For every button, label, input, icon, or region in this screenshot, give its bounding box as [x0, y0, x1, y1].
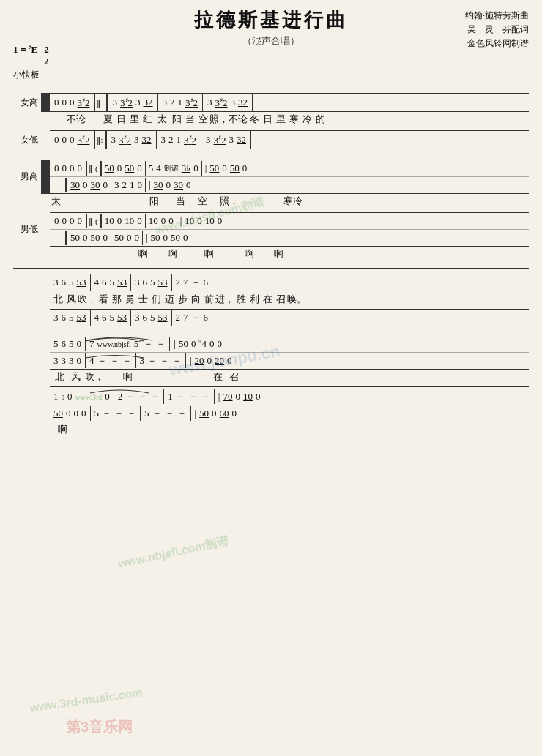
mh-l-rep [59, 178, 67, 192]
lyricist-1: 吴 灵 芬配词 [465, 23, 529, 37]
mh-l-m4: | 30 0 30 0 [146, 178, 194, 192]
fl-m1: 0 0 0 3♯2 [50, 131, 95, 149]
mh-u-m1: 0 0 0 0 [50, 161, 87, 176]
fh-lyric-10: 不论 [229, 113, 248, 126]
fh-lyric-11: 冬 [248, 113, 261, 126]
ml-lyric1: 啊 [132, 247, 154, 261]
s2-fh-m1: 3 6 5 53 [50, 274, 91, 291]
fh-m4-n3: 3 [229, 97, 237, 108]
mh-u-m3: 5 4 制谱 3♭ 0 [146, 161, 202, 176]
lyricist-2: 金色风铃网制谱 [465, 37, 529, 50]
brace-fl [41, 130, 50, 149]
composer-area: 约翰·施特劳斯曲 吴 灵 芬配词 金色风铃网制谱 [465, 9, 529, 51]
s2-fl-spacer [13, 309, 41, 326]
fh-lyric-13: 里 [274, 113, 287, 126]
fh-m4-n4: 32 [237, 97, 249, 108]
section-divider [13, 268, 529, 269]
fh-m2-n2: 3♯2 [119, 96, 134, 108]
ml-lyric5: 啊 [264, 247, 293, 261]
s3-brace [41, 334, 50, 370]
s2-fh-spacer [13, 274, 41, 291]
watermark-5: 第3音乐网 [66, 717, 133, 737]
male-high-label: 男高 [13, 160, 41, 194]
s3-u-m2: 7 www.nbjsfl 5- － － [86, 337, 170, 351]
s3-u-m1: 5 6 5 0 [50, 337, 86, 351]
s4-l-m3: 5 － － － [141, 406, 191, 421]
s4-l-m2: 5 － － － [91, 406, 141, 421]
fh-m4-n1: 3 [206, 97, 214, 108]
mh-lyric: 太 [51, 195, 132, 208]
fh-m4: 3 3♯2 3 32 [203, 94, 253, 111]
ml-u-m4: | 10 0 10 0 [177, 214, 226, 228]
ml-l-m1 [50, 231, 59, 245]
female-high-staff: 0 0 0 3♯2 ‖: 3 3♯2 3 32 3 [50, 93, 529, 112]
s4-ml-block: 1 0 0 www.3rd 0 2 － － － 1 － [13, 386, 529, 422]
s3-l-m4: | 20 0 20 0 [186, 353, 236, 368]
mh-upper: 0 0 0 0 ‖:( 50 0 50 0 5 [50, 160, 529, 177]
ml-lyrics: 啊 啊 啊 啊 啊 [13, 247, 529, 261]
fl-m4: 3 3♯2 3 32 [201, 131, 251, 149]
female-low-label: 女低 [13, 130, 41, 149]
s3-u-m3: | 50 0 ♭4 0 0 [170, 337, 226, 351]
mh-lyrics: 太 阳 当 空 照， 寒 冷 [13, 195, 529, 208]
male-high-block: 男高 0 0 0 0 ‖:( 50 [13, 160, 529, 194]
s4-spacer [13, 386, 41, 422]
s2-fl-m1: 3 6 5 53 [50, 310, 91, 326]
ml-l-m2: 50 0 50 0 [67, 231, 111, 245]
time-bottom: 2 [44, 56, 49, 67]
key-label: 1＝♭E [13, 40, 37, 57]
fh-lyric-2: 日 [114, 113, 127, 126]
mh-lyric4: 空 [198, 195, 220, 208]
mh-l-m3: 3 2 1 0 [111, 178, 146, 192]
fh-m2-n4: 32 [142, 97, 155, 108]
ml-lyric2: 啊 [154, 247, 190, 261]
brace-fh [41, 93, 50, 112]
s2-fl-block: 3 6 5 53 4 6 5 53 3 6 5 53 [13, 309, 529, 326]
mh-u-m4: | 50 0 50 0 [202, 161, 250, 176]
mh-lyric3: 当 [176, 195, 198, 208]
s2-fh-m4: 2 7 － 6 [172, 274, 212, 291]
fh-m1: 0 0 0 3♯2 [50, 94, 95, 111]
ml-l-m3: 50 0 0 [111, 231, 143, 245]
mh-lyric6: 寒 [249, 195, 293, 208]
male-low-label: 男低 [13, 212, 41, 247]
fh-m1-n3: 0 [68, 97, 76, 108]
fh-lyric-4: 红 [141, 113, 154, 126]
ml-upper: 0 0 0 0 ‖:( 10 0 10 0 10 [50, 213, 529, 230]
s2-fh-block: 3 6 5 53 4 6 5 53 3 6 5 53 [13, 274, 529, 291]
fh-lyric-0: 不论 [51, 113, 101, 126]
ml-l-m4: | 50 0 50 0 [143, 231, 191, 245]
ml-u-m3: 10 0 0 [146, 214, 177, 228]
mh-u-m2: 50 0 50 0 [102, 161, 146, 176]
mh-lyric7: 冷 [293, 195, 315, 208]
male-low-block: 男低 0 0 0 0 ‖:( 10 0 [13, 212, 529, 247]
brace-mh [41, 160, 50, 194]
s2-fh-staff: 3 6 5 53 4 6 5 53 3 6 5 53 [50, 274, 529, 291]
composer: 约翰·施特劳斯曲 [465, 9, 529, 23]
ml-lyric4: 啊 [234, 247, 264, 261]
slur-3 [86, 353, 144, 359]
ml-u-m1: 0 0 0 0 [50, 214, 87, 228]
s2-brace [41, 274, 50, 291]
fh-lyric-5: 太 [154, 113, 170, 126]
time-sig: 2 2 [44, 42, 49, 67]
fh-m1-n1: 0 [53, 97, 61, 108]
fh-repeat-dots: ‖: [97, 98, 105, 108]
s4-ml-staff: 1 0 0 www.3rd 0 2 － － － 1 － [50, 386, 529, 422]
fh-m3: 3 2 1 3♯2 [158, 94, 204, 111]
s2-fl-m3: 3 6 5 53 [131, 310, 172, 326]
fh-m2-n3: 3 [134, 97, 142, 108]
s3-l-m2: 4 － － － [86, 353, 136, 368]
time-top: 2 [44, 45, 49, 55]
ml-repeat: ‖:( [87, 214, 102, 228]
fh-lyric-1: 夏 [101, 113, 114, 126]
mh-l-m1 [50, 178, 59, 192]
s4-brace [41, 386, 50, 422]
fh-lyric-15: 冷 [300, 113, 313, 126]
fh-lyric-6: 阳 [170, 113, 183, 126]
page: www.nbjsfl.com制谱 www.nbjsfl.com制谱 www.ji… [0, 0, 542, 756]
s3-mh-upper: 5 6 5 0 7 www.nbjsfl 5- － － [50, 334, 529, 353]
fh-lyric-16: 的 [313, 113, 327, 126]
mh-lyric5: 照， [220, 195, 249, 208]
fl-repeat: ‖: [95, 131, 107, 149]
